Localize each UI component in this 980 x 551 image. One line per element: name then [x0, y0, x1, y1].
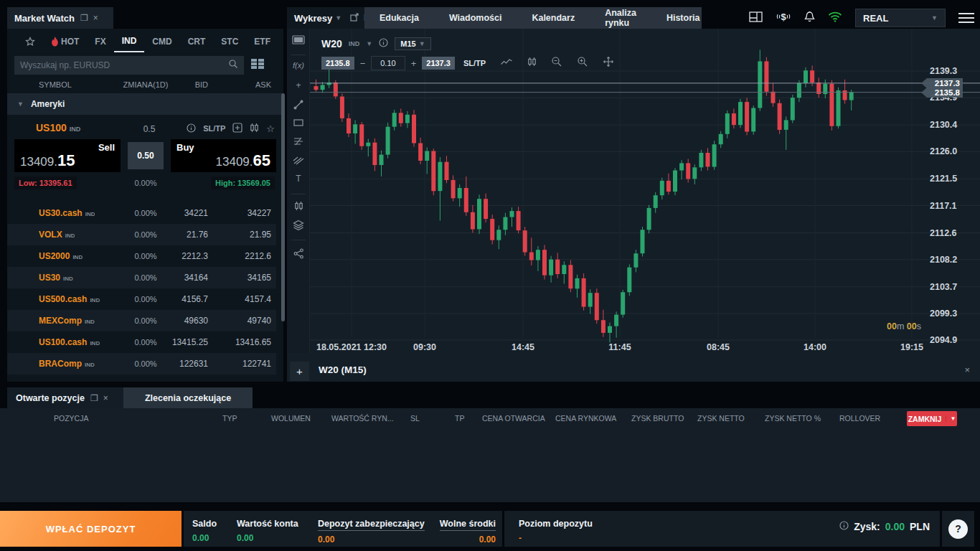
- add-order-icon[interactable]: [232, 123, 242, 134]
- volume-value[interactable]: 0.10: [371, 56, 405, 70]
- market-watch-tab-favorites[interactable]: [17, 30, 43, 52]
- zoom-in-icon[interactable]: [577, 56, 588, 70]
- symbol-row-us2000[interactable]: US2000IND 0.00% 2212.3 2212.6: [7, 245, 276, 267]
- positions-column-9[interactable]: ZYSK BRUTTO: [631, 414, 684, 423]
- indicators-fx-icon[interactable]: f(x): [287, 60, 310, 76]
- maximize-icon[interactable]: ❐: [80, 13, 88, 23]
- symbol-row-us30[interactable]: US30IND 0.00% 34164 34165: [7, 267, 276, 288]
- tab-otwarte-pozycje[interactable]: Otwarte pozycje ❐ ×: [7, 387, 123, 408]
- symbol-row-mexcomp[interactable]: MEXCompIND 0.00% 49630 49740: [7, 310, 276, 331]
- sell-button[interactable]: Sell 13409.15: [14, 139, 121, 172]
- search-input[interactable]: [20, 60, 228, 70]
- positions-column-6[interactable]: TP: [455, 414, 464, 423]
- grid-view-icon[interactable]: [251, 59, 264, 72]
- candles-tool-icon[interactable]: [287, 201, 310, 217]
- info-icon[interactable]: [379, 37, 388, 50]
- timeframe-dropdown[interactable]: M15▼: [395, 37, 430, 50]
- group-header-ameryki[interactable]: ▼ Ameryki: [7, 93, 283, 115]
- rectangle-tool-icon[interactable]: [287, 118, 310, 133]
- cash-operations-icon[interactable]: $: [776, 11, 791, 25]
- trendline-tool-icon[interactable]: [287, 99, 310, 115]
- close-all-button[interactable]: ZAMKNIJ▼: [907, 411, 957, 426]
- account-mode-dropdown[interactable]: REAL ▼: [855, 9, 946, 27]
- market-watch-tab-cmd[interactable]: CMD: [144, 30, 179, 52]
- favorite-star-icon[interactable]: ☆: [266, 123, 275, 134]
- candle-chart-type-icon[interactable]: [527, 57, 537, 70]
- maximize-icon[interactable]: ❐: [90, 393, 98, 403]
- candle-chart-icon[interactable]: [250, 123, 259, 134]
- column-header-symbol[interactable]: SYMBOL: [39, 80, 72, 89]
- column-header-ask[interactable]: ASK: [214, 80, 271, 89]
- volume-input[interactable]: 0.50: [128, 142, 164, 169]
- symbol-row-volx[interactable]: VOLXIND 0.00% 21.76 21.95: [7, 224, 276, 245]
- close-icon[interactable]: ×: [93, 13, 98, 23]
- sltp-label[interactable]: SL/TP: [463, 59, 486, 67]
- fibonacci-tool-icon[interactable]: [287, 136, 310, 152]
- deposit-button[interactable]: WPŁAĆ DEPOZYT: [0, 511, 182, 547]
- search-box[interactable]: [14, 56, 244, 75]
- quote-symbol[interactable]: US100IND: [36, 122, 80, 133]
- candlestick-chart[interactable]: [310, 29, 980, 353]
- chart-symbol[interactable]: W20: [321, 38, 342, 50]
- positions-column-11[interactable]: ZYSK NETTO %: [765, 414, 821, 423]
- market-watch-tab-ind[interactable]: IND: [114, 29, 145, 52]
- positions-column-3[interactable]: WOLUMEN: [271, 414, 311, 423]
- positions-column-2[interactable]: TYP: [222, 414, 237, 423]
- symbol-row-us500.cash[interactable]: US500.cashIND 0.00% 4156.7 4157.4: [7, 288, 276, 310]
- sell-price-button[interactable]: 2135.8: [321, 57, 354, 70]
- popout-icon[interactable]: [350, 13, 359, 24]
- notifications-bell-icon[interactable]: [804, 11, 815, 25]
- nav-tab-historia[interactable]: Historia: [651, 7, 715, 29]
- workspace-layout-icon[interactable]: [749, 11, 763, 25]
- symbol-row-us100.cash[interactable]: US100.cashIND 0.00% 13415.25 13416.65: [7, 331, 276, 353]
- buy-button[interactable]: Buy 13409.65: [171, 139, 276, 172]
- search-icon[interactable]: [228, 59, 238, 72]
- chart-bottom-tab[interactable]: W20 (M15): [319, 364, 367, 375]
- nav-tab-wiadomości[interactable]: Wiadomości: [434, 7, 517, 29]
- symbol-row-bracomp[interactable]: BRACompIND 0.00% 122631 122741: [7, 353, 276, 375]
- help-button[interactable]: ?: [948, 519, 968, 539]
- objects-layers-icon[interactable]: [287, 220, 310, 235]
- close-icon[interactable]: ×: [103, 393, 108, 403]
- tab-wykresy[interactable]: Wykresy ▼ ❐ ×: [287, 7, 364, 29]
- zoom-out-icon[interactable]: [551, 56, 562, 70]
- positions-column-12[interactable]: ROLLOVER: [839, 414, 880, 423]
- positions-column-1[interactable]: POZYCJA: [54, 414, 88, 423]
- tab-zlecenia-oczekujace[interactable]: Zlecenia oczekujące: [123, 387, 253, 408]
- market-watch-tab-fx[interactable]: FX: [87, 30, 113, 52]
- column-header-bid[interactable]: BID: [151, 80, 208, 89]
- close-chart-icon[interactable]: ×: [964, 364, 970, 375]
- chart-view-icon[interactable]: [287, 34, 310, 50]
- add-chart-button[interactable]: +: [290, 362, 309, 381]
- info-icon[interactable]: [187, 123, 196, 134]
- market-watch-tab-hot[interactable]: HOT: [43, 30, 87, 52]
- info-icon: [839, 521, 849, 532]
- share-chart-icon[interactable]: [287, 248, 310, 264]
- channel-tool-icon[interactable]: [287, 155, 310, 171]
- line-chart-type-icon[interactable]: [500, 57, 513, 70]
- day-low: Low: 13395.61: [14, 176, 77, 189]
- volume-decrease-button[interactable]: −: [359, 58, 367, 69]
- volume-increase-button[interactable]: +: [410, 58, 418, 69]
- positions-column-7[interactable]: CENA OTWARCIA: [482, 414, 545, 423]
- nav-tab-edukacja[interactable]: Edukacja: [364, 7, 434, 29]
- menu-icon[interactable]: [958, 10, 974, 26]
- text-tool-icon[interactable]: T: [287, 174, 310, 189]
- positions-column-10[interactable]: ZYSK NETTO: [697, 414, 745, 423]
- positions-column-8[interactable]: CENA RYNKOWA: [555, 414, 616, 423]
- market-watch-tab-stc[interactable]: STC: [213, 30, 246, 52]
- positions-column-4[interactable]: WARTOŚĆ RYN...: [331, 414, 394, 423]
- symbol-row-us30.cash[interactable]: US30.cashIND 0.00% 34221 34227: [7, 202, 276, 224]
- market-watch-tab-crt[interactable]: CRT: [180, 30, 214, 52]
- market-watch-search-row: [14, 56, 276, 75]
- market-watch-header[interactable]: Market Watch ❐ ×: [7, 7, 113, 29]
- pan-crosshair-icon[interactable]: [603, 56, 614, 70]
- market-watch-tab-etf[interactable]: ETF: [246, 30, 278, 52]
- crosshair-add-icon[interactable]: +: [287, 80, 310, 96]
- nav-tab-kalendarz[interactable]: Kalendarz: [517, 7, 590, 29]
- buy-price-button[interactable]: 2137.3: [422, 57, 455, 70]
- scrollbar[interactable]: [281, 93, 285, 321]
- positions-column-5[interactable]: SL: [410, 414, 420, 423]
- sltp-label[interactable]: SL/TP: [203, 124, 225, 133]
- chevron-down-icon[interactable]: ▼: [366, 40, 372, 47]
